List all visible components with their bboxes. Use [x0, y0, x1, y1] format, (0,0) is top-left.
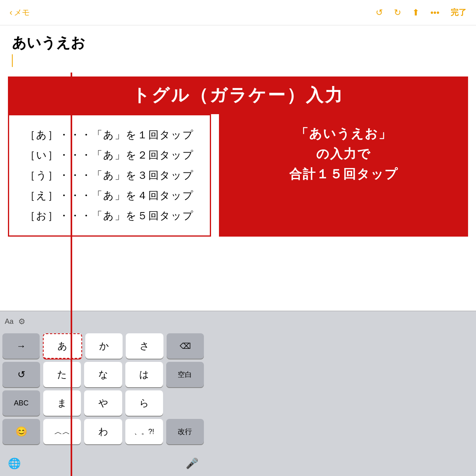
kb-bottom-bar: 🌐 🎤	[0, 451, 206, 476]
keyboard-right-space	[206, 311, 476, 476]
redo-icon[interactable]: ↻	[394, 8, 401, 18]
kb-key-wa[interactable]: わ	[84, 419, 122, 444]
kb-key-dakuten[interactable]: ︿︿	[43, 419, 81, 444]
right-box-line3: 合計１５回タップ	[227, 164, 460, 184]
kb-row-2: ↺ た な は 空白	[2, 362, 204, 387]
kb-settings-icon[interactable]: ⚙	[18, 317, 25, 326]
kb-key-empty	[166, 390, 204, 416]
kb-key-ta[interactable]: た	[43, 362, 81, 387]
nav-icons: ↺ ↻ ⬆ ••• 完了	[376, 7, 466, 18]
kb-key-a[interactable]: あ	[43, 333, 82, 359]
kb-key-ka[interactable]: か	[85, 333, 123, 359]
info-row-3: ［う］・・・「あ」を３回タップ	[25, 165, 194, 185]
right-box-line2: の入力で	[227, 144, 460, 164]
globe-icon[interactable]: 🌐	[8, 457, 21, 470]
done-button[interactable]: 完了	[451, 7, 466, 18]
kb-key-undo[interactable]: ↺	[2, 362, 40, 387]
undo-icon[interactable]: ↺	[376, 8, 383, 18]
mic-icon[interactable]: 🎤	[186, 457, 198, 470]
notes-content: あいうえお	[0, 25, 476, 73]
back-label: メモ	[14, 7, 30, 18]
right-panel: 「あいうえお」 の入力で 合計１５回タップ	[219, 114, 468, 237]
kb-key-emoji[interactable]: 😊	[2, 419, 40, 444]
info-box: ［あ］・・・「あ」を１回タップ ［い］・・・「あ」を２回タップ ［う］・・・「あ…	[8, 114, 211, 237]
banner-wrapper: トグル（ガラケー）入力	[8, 73, 468, 114]
red-vertical-line	[71, 73, 72, 476]
right-box-line1: 「あいうえお」	[227, 124, 460, 144]
share-icon[interactable]: ⬆	[412, 8, 419, 18]
kb-key-ha[interactable]: は	[125, 362, 163, 387]
text-cursor	[12, 54, 13, 67]
kb-key-punct[interactable]: 、。?!	[125, 419, 163, 444]
kb-aa-label[interactable]: Aa	[5, 317, 13, 326]
info-row-1: ［あ］・・・「あ」を１回タップ	[25, 125, 194, 145]
nav-bar: ‹ メモ ↺ ↻ ⬆ ••• 完了	[0, 0, 476, 25]
more-icon[interactable]: •••	[430, 8, 440, 18]
kb-key-return[interactable]: 改行	[166, 419, 204, 444]
app-container: ‹ メモ ↺ ↻ ⬆ ••• 完了 あいうえお トグル（ガラケー）入力 ［あ］・…	[0, 0, 476, 476]
notes-title: あいうえお	[12, 33, 464, 53]
kb-key-ma[interactable]: ま	[43, 390, 81, 416]
back-button[interactable]: ‹ メモ	[10, 7, 30, 18]
annotation-section: トグル（ガラケー）入力 ［あ］・・・「あ」を１回タップ ［い］・・・「あ」を２回…	[0, 73, 476, 476]
chevron-left-icon: ‹	[10, 8, 12, 18]
banner-title: トグル（ガラケー）入力	[8, 76, 468, 114]
kb-key-backspace[interactable]: ⌫	[167, 333, 204, 359]
kb-row-1: → あ か さ ⌫	[2, 333, 204, 359]
info-row-5: ［お］・・・「あ」を５回タップ	[25, 206, 194, 226]
keyboard-left: Aa ⚙ → あ か さ ⌫ ↺ た な	[0, 311, 206, 476]
keyboard-rows: → あ か さ ⌫ ↺ た な は 空白	[0, 332, 206, 451]
kb-row-3: ABC ま や ら	[2, 390, 204, 416]
kb-key-na[interactable]: な	[84, 362, 122, 387]
kb-key-ra[interactable]: ら	[125, 390, 163, 416]
info-row-4: ［え］・・・「あ」を４回タップ	[25, 185, 194, 206]
kb-key-abc[interactable]: ABC	[2, 390, 40, 416]
right-red-box: 「あいうえお」 の入力で 合計１５回タップ	[219, 114, 468, 237]
kb-row-4: 😊 ︿︿ わ 、。?! 改行	[2, 419, 204, 444]
kb-key-ya[interactable]: や	[84, 390, 122, 416]
kb-toolbar: Aa ⚙	[0, 311, 206, 332]
info-row-2: ［い］・・・「あ」を２回タップ	[25, 145, 194, 165]
kb-key-space[interactable]: 空白	[166, 362, 204, 387]
kb-key-sa[interactable]: さ	[126, 333, 163, 359]
info-section: ［あ］・・・「あ」を１回タップ ［い］・・・「あ」を２回タップ ［う］・・・「あ…	[8, 114, 468, 237]
kb-key-arrow-right[interactable]: →	[2, 333, 40, 359]
